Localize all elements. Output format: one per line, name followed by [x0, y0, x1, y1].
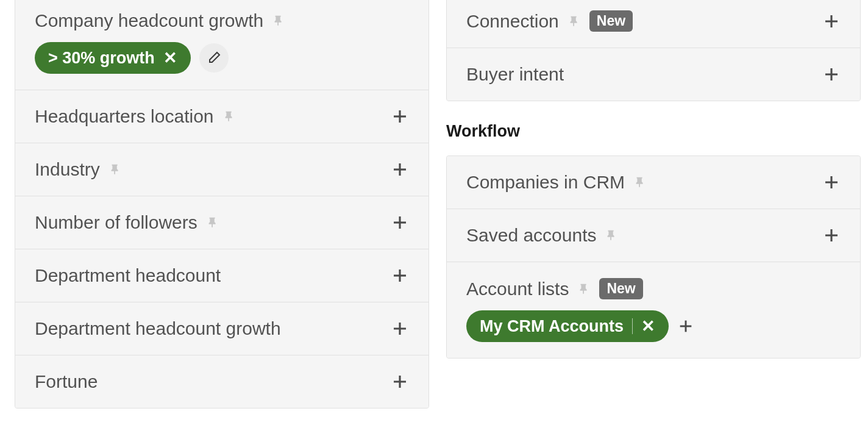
filter-label: Company headcount growth: [35, 10, 263, 31]
filter-industry[interactable]: Industry: [15, 143, 429, 196]
pin-icon: [272, 14, 285, 27]
filter-label: Account lists: [466, 279, 569, 299]
add-icon[interactable]: [391, 107, 409, 126]
add-icon[interactable]: [391, 319, 409, 338]
filter-fortune[interactable]: Fortune: [15, 355, 429, 408]
filter-label: Buyer intent: [466, 64, 564, 85]
pin-icon: [577, 282, 591, 296]
filter-saved-accounts[interactable]: Saved accounts: [447, 209, 860, 262]
filter-buyer-intent[interactable]: Buyer intent: [447, 48, 860, 101]
filter-number-of-followers[interactable]: Number of followers: [15, 196, 429, 249]
section-title-workflow: Workflow: [446, 122, 861, 141]
add-icon[interactable]: [391, 373, 409, 391]
edit-button[interactable]: [199, 43, 229, 73]
filter-headquarters-location[interactable]: Headquarters location: [15, 90, 429, 143]
pin-icon: [206, 216, 219, 229]
chip-remove-icon[interactable]: ✕: [641, 316, 655, 336]
chip-divider: [632, 318, 633, 334]
filter-department-headcount[interactable]: Department headcount: [15, 249, 429, 302]
filter-label: Headquarters location: [35, 106, 214, 127]
pin-icon: [605, 229, 618, 242]
filter-label: Department headcount growth: [35, 318, 281, 339]
filter-chip[interactable]: > 30% growth ✕: [35, 42, 191, 74]
pin-icon: [108, 163, 122, 176]
chip-remove-icon[interactable]: ✕: [163, 48, 177, 68]
filter-label: Connection: [466, 11, 559, 32]
add-icon[interactable]: [822, 12, 841, 30]
add-icon[interactable]: [391, 266, 409, 285]
filter-companies-in-crm[interactable]: Companies in CRM: [447, 156, 860, 209]
filter-department-headcount-growth[interactable]: Department headcount growth: [15, 302, 429, 355]
add-icon[interactable]: [822, 65, 841, 84]
add-icon[interactable]: [822, 226, 841, 244]
chip-text: > 30% growth: [48, 49, 155, 68]
filter-chip[interactable]: My CRM Accounts ✕: [466, 310, 669, 342]
filter-label: Industry: [35, 159, 100, 180]
filter-label: Department headcount: [35, 265, 221, 286]
filter-label: Companies in CRM: [466, 172, 625, 193]
filter-label: Saved accounts: [466, 225, 596, 246]
filter-account-lists[interactable]: Account lists New My CRM Accounts ✕: [447, 262, 860, 358]
add-icon[interactable]: [391, 213, 409, 232]
chip-text: My CRM Accounts: [480, 317, 624, 336]
pin-icon: [222, 110, 236, 123]
new-badge: New: [599, 278, 642, 299]
filter-company-headcount-growth[interactable]: Company headcount growth > 30% growth ✕: [15, 0, 429, 90]
filter-label: Fortune: [35, 371, 98, 392]
add-icon[interactable]: [391, 160, 409, 179]
pin-icon: [633, 176, 647, 189]
pin-icon: [567, 15, 581, 28]
filter-connection[interactable]: Connection New: [447, 0, 860, 48]
add-icon[interactable]: [677, 318, 694, 335]
add-icon[interactable]: [822, 173, 841, 191]
new-badge: New: [589, 10, 633, 32]
filter-label: Number of followers: [35, 212, 197, 233]
